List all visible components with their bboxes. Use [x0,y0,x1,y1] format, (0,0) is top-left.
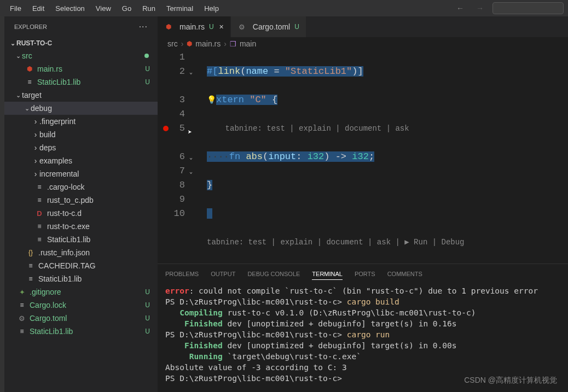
menu-terminal[interactable]: Terminal [161,2,199,15]
file-rustc-info[interactable]: {} .rustc_info.json [4,246,158,259]
menubar: File Edit Selection View Go Run Terminal… [0,0,568,16]
file-cachedir[interactable]: ≡ CACHEDIR.TAG [4,259,158,272]
json-icon: {} [26,248,35,257]
breakpoint-icon[interactable] [163,126,169,131]
folder-examples[interactable]: examples [4,154,158,167]
fold-icon[interactable]: ⌄ [189,165,193,179]
more-icon[interactable]: ··· [139,22,148,32]
tab-cargo-toml[interactable]: ⚙ Cargo.toml U [231,16,306,37]
code-editor[interactable]: 1 2⌄ 3 4 5 6⌄ 7⌄ 8 9 10 #[link(name = "S… [158,50,568,264]
file-gitignore[interactable]: ✦ .gitignore U [4,285,158,299]
codelens-hint[interactable]: tabnine: test | explain | document | ask [225,124,409,133]
folder-src[interactable]: src [4,49,158,62]
fold-icon[interactable]: ⌄ [189,66,193,80]
bottom-panel: PROBLEMS OUTPUT DEBUG CONSOLE TERMINAL P… [158,264,568,392]
git-icon: ✦ [18,288,26,296]
menu-view[interactable]: View [90,2,117,15]
file-staticlib-src[interactable]: ≡ StaticLib1.lib U [4,75,158,89]
tab-output[interactable]: OUTPUT [211,268,235,280]
rust-icon: ⬢ [164,22,173,31]
file-staticlib-target[interactable]: ≡ StaticLib1.lib [4,272,158,285]
file-staticlib-root[interactable]: ≡ StaticLib1.lib U [4,325,158,338]
folder-fingerprint[interactable]: .fingerprint [4,115,158,128]
explorer-sidebar: EXPLORER ··· RUST-TO-C src ⬢ main.rs U ≡… [4,16,158,392]
file-cargo-lock[interactable]: ≡ .cargo-lock [4,180,158,194]
watermark: CSDN @高精度计算机视觉 [464,376,557,385]
file-icon: ≡ [35,196,44,204]
symbol-icon: ❒ [230,40,236,48]
tab-terminal[interactable]: TERMINAL [312,268,343,280]
folder-incremental[interactable]: incremental [4,167,158,180]
file-icon: ≡ [35,183,44,191]
close-icon[interactable]: × [219,22,224,31]
project-header[interactable]: RUST-TO-C [4,37,158,49]
line-number: 10 [158,207,185,221]
chevron-down-icon [14,92,22,99]
folder-deps[interactable]: deps [4,141,158,154]
line-number: 8 [158,178,185,192]
file-cargo-lock[interactable]: ≡ Cargo.lock U [4,299,158,312]
chevron-right-icon [32,156,39,165]
file-icon: ≡ [25,78,34,86]
file-icon: ≡ [26,261,35,270]
chevron-right-icon [32,130,39,139]
menu-selection[interactable]: Selection [50,2,90,15]
menu-file[interactable]: File [4,2,27,15]
file-icon: ≡ [35,235,44,244]
file-rust-d[interactable]: D rust-to-c.d [4,207,158,220]
chevron-down-icon [23,105,31,112]
search-input[interactable] [492,2,564,14]
nav-back-icon[interactable]: ← [453,3,467,14]
file-icon: ≡ [18,301,26,309]
file-icon: ≡ [18,327,26,336]
d-icon: D [35,209,44,218]
breadcrumbs[interactable]: src › ⬢ main.rs › ❒ main [158,37,568,50]
gear-icon: ⚙ [237,22,246,31]
file-icon: ≡ [35,222,44,231]
chevron-down-icon [14,52,22,60]
menu-go[interactable]: Go [117,2,137,15]
activity-bar[interactable] [0,16,4,392]
folder-build[interactable]: build [4,128,158,141]
rust-icon: ⬢ [25,65,34,73]
tab-comments[interactable]: COMMENTS [387,268,422,280]
explorer-title: EXPLORER [14,24,47,30]
chevron-right-icon [32,117,39,126]
gear-icon: ⚙ [18,314,26,323]
tab-ports[interactable]: PORTS [355,268,375,280]
fold-icon[interactable]: ⌄ [189,151,193,165]
line-number: 4 [158,107,185,121]
chevron-right-icon [32,169,39,178]
line-number: 7⌄ [158,164,185,178]
line-number: 5 [158,121,185,136]
menu-run[interactable]: Run [137,2,161,15]
line-number: 2⌄ [158,65,185,79]
file-rust-exe[interactable]: ≡ rust-to-c.exe [4,220,158,233]
tab-problems[interactable]: PROBLEMS [165,268,199,280]
mouse-cursor-icon: ➤ [188,126,192,140]
folder-target[interactable]: target [4,89,158,102]
lightbulb-icon[interactable]: 💡 [207,96,216,104]
line-number: 1 [158,50,185,65]
tab-main-rs[interactable]: ⬢ main.rs U × [158,16,231,37]
nav-forward-icon[interactable]: → [473,3,487,14]
editor-tabs: ⬢ main.rs U × ⚙ Cargo.toml U [158,16,568,37]
rust-icon: ⬢ [187,40,192,48]
menu-help[interactable]: Help [199,2,224,15]
chevron-right-icon [32,143,39,152]
line-number: 9 [158,192,185,207]
modified-dot-icon [144,54,149,58]
menu-edit[interactable]: Edit [27,2,50,15]
codelens-hint[interactable]: tabnine: test | explain | document | ask… [207,238,465,247]
chevron-down-icon[interactable] [9,40,16,47]
file-main-rs[interactable]: ⬢ main.rs U [4,62,158,75]
file-icon: ≡ [26,274,35,283]
file-staticlib-debug[interactable]: ≡ StaticLib1.lib [4,233,158,246]
tab-debug-console[interactable]: DEBUG CONSOLE [247,268,300,280]
file-cargo-toml[interactable]: ⚙ Cargo.toml U [4,312,158,325]
line-number: 3 [158,93,185,107]
line-number: 6⌄ [158,150,185,164]
folder-debug[interactable]: debug [4,102,158,115]
file-rust-pdb[interactable]: ≡ rust_to_c.pdb [4,194,158,207]
